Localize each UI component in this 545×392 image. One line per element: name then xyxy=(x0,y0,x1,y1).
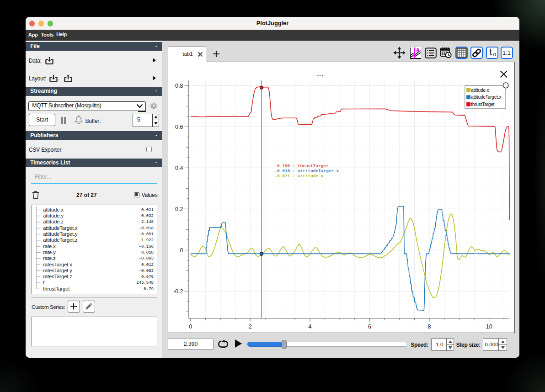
svg-text:-0.018 : attitudeTarget.x: -0.018 : attitudeTarget.x xyxy=(274,169,339,174)
svg-text:10: 10 xyxy=(486,323,492,330)
svg-text:attitudeTarget.x: attitudeTarget.x xyxy=(471,95,502,100)
svg-text:0: 0 xyxy=(189,323,192,330)
svg-text:8: 8 xyxy=(428,323,431,330)
svg-text:0.6: 0.6 xyxy=(175,123,183,130)
svg-text:...: ... xyxy=(317,70,324,77)
svg-text:thrustTarget: thrustTarget xyxy=(471,102,495,107)
svg-text:0.2: 0.2 xyxy=(175,206,183,212)
svg-text:A: A xyxy=(416,47,420,53)
svg-text:4: 4 xyxy=(308,323,311,330)
svg-text:2: 2 xyxy=(249,323,252,330)
svg-text:0.790 : thrustTarget: 0.790 : thrustTarget xyxy=(274,164,328,169)
svg-text:0.8: 0.8 xyxy=(175,82,183,89)
svg-text:6: 6 xyxy=(368,323,371,330)
svg-text:0.4: 0.4 xyxy=(175,164,183,171)
svg-text:0: 0 xyxy=(180,247,183,253)
svg-text:-0.2: -0.2 xyxy=(173,288,183,294)
svg-text:attitude.x: attitude.x xyxy=(471,87,489,92)
svg-text:-0.021 : attitude.x: -0.021 : attitude.x xyxy=(274,173,323,178)
